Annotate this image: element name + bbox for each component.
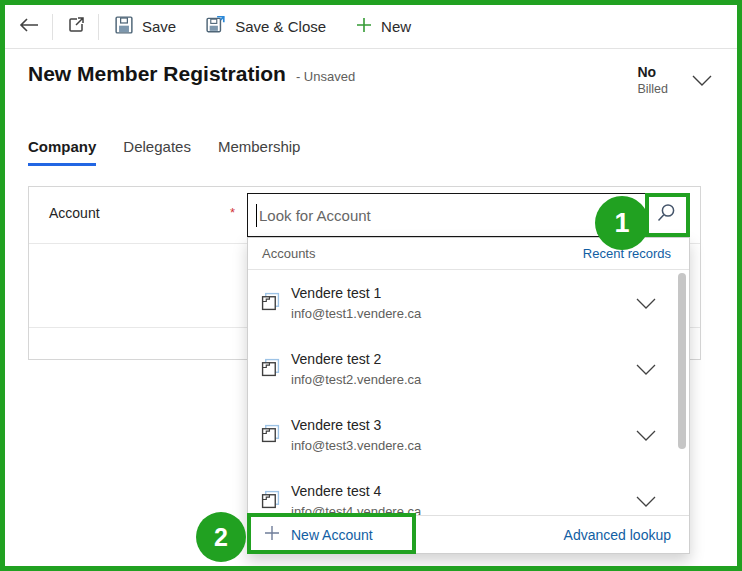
account-lookup-field [247, 193, 689, 237]
save-and-close-button[interactable]: Save & Close [206, 5, 326, 48]
account-email: info@test1.vendere.ca [291, 304, 636, 324]
accounts-group-header: Accounts [262, 246, 315, 261]
lookup-results-list: Vendere test 1 info@test1.vendere.ca Ven… [248, 270, 689, 515]
header-field-billed[interactable]: No Billed [637, 64, 712, 97]
toolbar-divider [98, 14, 99, 40]
tab-membership[interactable]: Membership [218, 138, 301, 166]
account-email: info@test3.vendere.ca [291, 436, 636, 456]
form-tabs: Company Delegates Membership [28, 138, 300, 166]
recent-records-link[interactable]: Recent records [583, 246, 671, 261]
step-2-number: 2 [214, 523, 228, 552]
billed-value: No [637, 64, 668, 82]
chevron-down-icon[interactable] [692, 72, 712, 90]
advanced-lookup-link[interactable]: Advanced lookup [564, 527, 671, 543]
dropdown-scrollbar[interactable] [678, 273, 686, 449]
plus-icon [264, 525, 280, 545]
chevron-down-icon[interactable] [636, 298, 656, 309]
required-marker: * [230, 205, 235, 220]
step-2-badge: 2 [196, 512, 246, 562]
new-account-label: New Account [291, 527, 373, 543]
new-button-label: New [381, 18, 411, 35]
plus-icon [356, 17, 372, 37]
save-and-close-button-label: Save & Close [235, 18, 326, 35]
command-bar: Save Save & Close New [5, 5, 737, 49]
flyout-footer: New Account Advanced lookup [248, 515, 689, 553]
chevron-down-icon[interactable] [636, 364, 656, 375]
new-account-button[interactable]: New Account [264, 525, 373, 545]
account-record-icon [261, 490, 280, 513]
new-button[interactable]: New [356, 5, 411, 48]
flyout-header: Accounts Recent records [248, 238, 689, 270]
account-record-icon [261, 358, 280, 381]
account-field-label: Account [49, 205, 100, 221]
chevron-down-icon[interactable] [636, 496, 656, 507]
account-name: Vendere test 1 [291, 283, 636, 304]
page-title: New Member Registration [28, 62, 286, 86]
account-name: Vendere test 2 [291, 349, 636, 370]
text-cursor [256, 204, 257, 227]
lookup-search-button[interactable] [644, 194, 688, 236]
unsaved-status: - Unsaved [296, 69, 355, 84]
save-button[interactable]: Save [115, 5, 176, 48]
account-name: Vendere test 3 [291, 415, 636, 436]
save-button-label: Save [142, 18, 176, 35]
account-email: info@test4.vendere.ca [291, 502, 636, 516]
account-email: info@test2.vendere.ca [291, 370, 636, 390]
account-lookup-input[interactable] [248, 194, 644, 236]
account-record-icon [261, 292, 280, 315]
save-close-icon [206, 15, 226, 38]
search-icon [655, 202, 677, 228]
tab-company[interactable]: Company [28, 138, 96, 166]
app-window: Save Save & Close New New Member Registr… [0, 0, 742, 571]
account-name: Vendere test 4 [291, 481, 636, 502]
lookup-result-item[interactable]: Vendere test 4 info@test4.vendere.ca [248, 468, 689, 515]
back-arrow-icon [19, 18, 39, 36]
popout-button[interactable] [53, 5, 98, 48]
popout-icon [67, 16, 85, 38]
account-lookup-flyout: Accounts Recent records Vendere test 1 i… [247, 237, 690, 554]
lookup-result-item[interactable]: Vendere test 3 info@test3.vendere.ca [248, 402, 689, 468]
back-button[interactable] [5, 5, 52, 48]
lookup-result-item[interactable]: Vendere test 1 info@test1.vendere.ca [248, 270, 689, 336]
tab-delegates[interactable]: Delegates [123, 138, 191, 166]
account-record-icon [261, 424, 280, 447]
record-header: New Member Registration - Unsaved No Bil… [28, 62, 712, 97]
save-icon [115, 16, 133, 38]
lookup-result-item[interactable]: Vendere test 2 info@test2.vendere.ca [248, 336, 689, 402]
billed-label: Billed [637, 82, 668, 98]
chevron-down-icon[interactable] [636, 430, 656, 441]
